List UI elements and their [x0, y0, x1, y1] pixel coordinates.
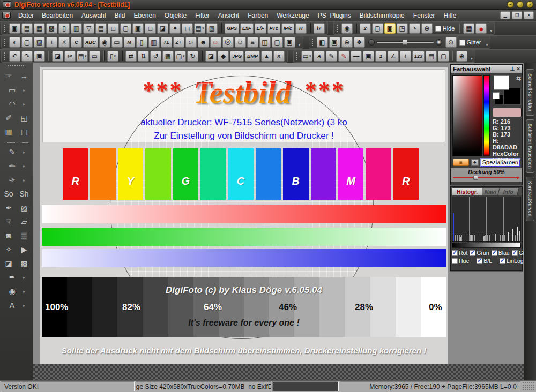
- face-dark-button[interactable]: ☻: [198, 37, 209, 48]
- menu-item-ebenen[interactable]: Ebenen: [129, 11, 160, 20]
- big-box-button[interactable]: ▢: [272, 37, 283, 48]
- clone-tool[interactable]: ◙: [2, 230, 15, 242]
- iptc-button[interactable]: PTc: [267, 23, 280, 34]
- hand-tool[interactable]: ☞: [2, 70, 15, 82]
- face-happy-button[interactable]: ☺: [185, 37, 197, 48]
- pen-red-button[interactable]: ✎: [338, 51, 349, 62]
- mdi-restore-button[interactable]: ❐: [512, 11, 522, 19]
- picker-tool[interactable]: ✒: [6, 272, 19, 283]
- paste-button[interactable]: ▤▾: [77, 51, 88, 62]
- rect-select-flyout[interactable]: ▸: [21, 84, 27, 96]
- copy-button[interactable]: ◪: [52, 51, 63, 62]
- print-setup-button[interactable]: ▧: [206, 23, 218, 34]
- menu-item-auswahl[interactable]: Auswahl: [77, 11, 110, 20]
- rotate-image-button[interactable]: ▩: [162, 51, 174, 62]
- hsvcolor-link[interactable]: HSVColor: [493, 157, 522, 163]
- pin-view-button[interactable]: ❖: [354, 37, 365, 48]
- pair-button[interactable]: ◫: [259, 37, 271, 48]
- bmp-button[interactable]: BMP: [245, 51, 260, 62]
- monitor-button[interactable]: ▢: [372, 23, 383, 34]
- frame-button[interactable]: ▣: [34, 51, 45, 62]
- swap-colors-icon[interactable]: ⇆: [516, 75, 521, 82]
- lasso-flyout[interactable]: ▸: [21, 98, 27, 110]
- levels-button[interactable]: ▲: [261, 51, 272, 62]
- move-tool[interactable]: ↔: [18, 70, 31, 82]
- numbers-button[interactable]: 123: [412, 51, 425, 62]
- save-button[interactable]: ◪: [157, 23, 168, 34]
- checkbox-linlog-box[interactable]: [500, 258, 505, 264]
- toolbar-grip[interactable]: [336, 24, 339, 33]
- toolbar-overflow[interactable]: ▾: [471, 56, 473, 62]
- soft-brush-tool[interactable]: So: [2, 188, 15, 200]
- airbrush-flyout[interactable]: ▸: [21, 160, 27, 172]
- folder-zoom-button[interactable]: ⊕: [456, 51, 467, 62]
- matrix-button[interactable]: M: [124, 37, 135, 48]
- sphere-tool-button[interactable]: ◐: [9, 37, 20, 48]
- eye-flyout[interactable]: ▸: [21, 285, 27, 297]
- iptc-edit-button[interactable]: IP/c: [281, 23, 294, 34]
- checkbox-grn[interactable]: Grün: [470, 250, 489, 256]
- checkbox-blau-box[interactable]: [492, 250, 497, 256]
- clipboard-paste-button[interactable]: ▯▾: [107, 51, 118, 62]
- checkbox-bl[interactable]: B/L: [477, 258, 492, 264]
- toolbar-grip[interactable]: [311, 38, 314, 47]
- eye-tool[interactable]: ◉: [6, 285, 19, 297]
- text-tool-button[interactable]: A: [314, 51, 325, 62]
- checkbox-grau[interactable]: Grau: [512, 250, 524, 256]
- copy-image-button[interactable]: ◪: [205, 51, 217, 62]
- effects-button[interactable]: ✳: [58, 37, 70, 48]
- maximize-button[interactable]: ○: [517, 1, 524, 8]
- undo-button[interactable]: ↶: [9, 51, 20, 62]
- document-button[interactable]: ▯: [136, 37, 147, 48]
- dual-monitor-button[interactable]: 2: [360, 23, 371, 34]
- crop-frame-button[interactable]: ▭: [89, 51, 100, 62]
- move-cross-button[interactable]: +: [400, 51, 411, 62]
- window-button[interactable]: ◻: [182, 23, 193, 34]
- brush-tool[interactable]: ✎: [6, 146, 19, 158]
- save-tool[interactable]: ▦: [2, 126, 15, 138]
- redo-button[interactable]: ↷: [21, 51, 33, 62]
- doc-lines-button[interactable]: ≡: [247, 37, 258, 48]
- menu-item-filter[interactable]: Filter: [191, 11, 214, 20]
- gitter-checkbox[interactable]: Gitter: [459, 39, 481, 46]
- pen-tool[interactable]: ✒: [2, 202, 15, 214]
- sharp-brush-tool[interactable]: Sh: [18, 188, 31, 200]
- mdi-minimize-button[interactable]: ▁: [500, 11, 510, 19]
- clipboard-button[interactable]: ▯: [58, 23, 70, 34]
- hide-checkbox[interactable]: Hide: [435, 25, 455, 32]
- airbrush-tool[interactable]: ✏: [6, 160, 19, 172]
- face-red-button[interactable]: ☺: [210, 37, 221, 48]
- smudge-tool[interactable]: ☟: [2, 216, 15, 228]
- menu-item-bearbeiten[interactable]: Bearbeiten: [38, 11, 77, 20]
- folder-export-button[interactable]: ▤: [426, 51, 437, 62]
- stamp-tool-button[interactable]: ▣: [363, 51, 374, 62]
- pen-gray-button[interactable]: ✎: [326, 51, 337, 62]
- contact-sheet-button[interactable]: ▥: [71, 23, 82, 34]
- info-button[interactable]: i?: [314, 23, 325, 34]
- image-frame-button[interactable]: ▣: [329, 37, 340, 48]
- repair-button[interactable]: +: [46, 37, 57, 48]
- saturation-square[interactable]: [452, 75, 482, 156]
- export-device-button[interactable]: ▦: [463, 23, 474, 34]
- palette-grip[interactable]: [8, 65, 25, 67]
- exif-button[interactable]: ExF: [240, 23, 254, 34]
- line-tool-button[interactable]: —: [351, 51, 362, 62]
- gradient-mode-button[interactable]: ◆: [471, 159, 479, 166]
- opacity-slider-thumb[interactable]: [473, 176, 478, 180]
- gps-button[interactable]: GPS: [225, 23, 239, 34]
- checkbox-blau[interactable]: Blau: [492, 250, 510, 256]
- camera-import-button[interactable]: ◉: [341, 23, 353, 34]
- photo-list-button[interactable]: ▩: [46, 23, 57, 34]
- face-wink-button[interactable]: ☺: [235, 37, 246, 48]
- menu-item-werkzeuge[interactable]: Werkzeuge: [272, 11, 313, 20]
- monitor-preview-button[interactable]: ▣: [384, 23, 396, 34]
- jpg-button[interactable]: JPG: [230, 51, 244, 62]
- lasso-tool[interactable]: ◠: [6, 98, 19, 110]
- color-swatches[interactable]: ⇆: [493, 75, 522, 106]
- checkbox-linlog[interactable]: LinLog: [500, 258, 524, 264]
- zoom-plus-button[interactable]: Z+: [173, 37, 184, 48]
- rail-tab-schnellkorrektur[interactable]: SchnellKorrektur: [526, 69, 534, 116]
- current-color-swatch[interactable]: [493, 108, 522, 117]
- contrast-button[interactable]: C: [71, 37, 82, 48]
- menu-item-objekte[interactable]: Objekte: [160, 11, 191, 20]
